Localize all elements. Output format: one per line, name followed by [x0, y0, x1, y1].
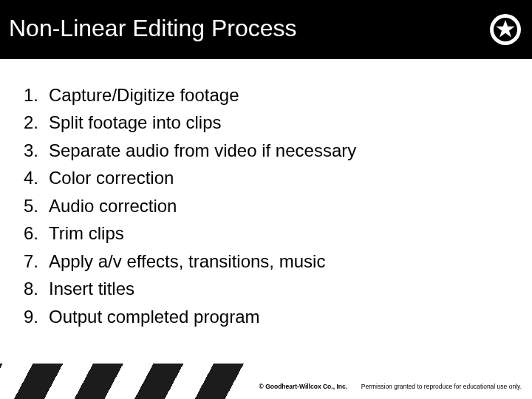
footer: © Goodheart-Willcox Co., Inc. Permission…	[0, 364, 532, 399]
list-text: Audio correction	[49, 192, 519, 219]
list-text: Split footage into clips	[49, 109, 519, 136]
list-number: 5.	[13, 192, 38, 219]
list-item: 2. Split footage into clips	[13, 109, 519, 136]
copyright-text: © Goodheart-Willcox Co., Inc.	[259, 383, 348, 390]
list-text: Apply a/v effects, transitions, music	[49, 248, 519, 275]
list-number: 2.	[13, 109, 38, 136]
list-item: 5. Audio correction	[13, 192, 519, 219]
list-item: 3. Separate audio from video if necessar…	[13, 137, 519, 164]
list-number: 1.	[13, 81, 38, 109]
list-item: 9. Output completed program	[13, 303, 519, 330]
list-item: 1. Capture/Digitize footage	[13, 81, 519, 109]
list-text: Color correction	[49, 164, 519, 191]
list-text: Insert titles	[49, 275, 519, 302]
copyright-line: © Goodheart-Willcox Co., Inc. Permission…	[259, 383, 522, 390]
list-item: 6. Trim clips	[13, 219, 519, 247]
list-item: 4. Color correction	[13, 164, 519, 191]
list-item: 8. Insert titles	[13, 275, 519, 302]
list-text: Trim clips	[49, 219, 519, 247]
star-badge-icon	[489, 13, 522, 46]
permission-text: Permission granted to reproduce for educ…	[361, 383, 522, 390]
list-number: 7.	[13, 248, 38, 275]
list-text: Separate audio from video if necessary	[49, 137, 519, 164]
list-number: 3.	[13, 137, 38, 164]
list-text: Capture/Digitize footage	[49, 81, 519, 109]
list-number: 8.	[13, 275, 38, 302]
header-bar: Non-Linear Editing Process	[0, 0, 532, 59]
list-text: Output completed program	[49, 303, 519, 330]
list-body: 1. Capture/Digitize footage 2. Split foo…	[13, 81, 519, 330]
hazard-stripe-icon	[0, 364, 251, 399]
slide: Non-Linear Editing Process 1. Capture/Di…	[0, 0, 532, 399]
slide-title: Non-Linear Editing Process	[9, 15, 297, 42]
list-number: 9.	[13, 303, 38, 330]
list-item: 7. Apply a/v effects, transitions, music	[13, 248, 519, 275]
list-number: 4.	[13, 164, 38, 191]
list-number: 6.	[13, 219, 38, 247]
